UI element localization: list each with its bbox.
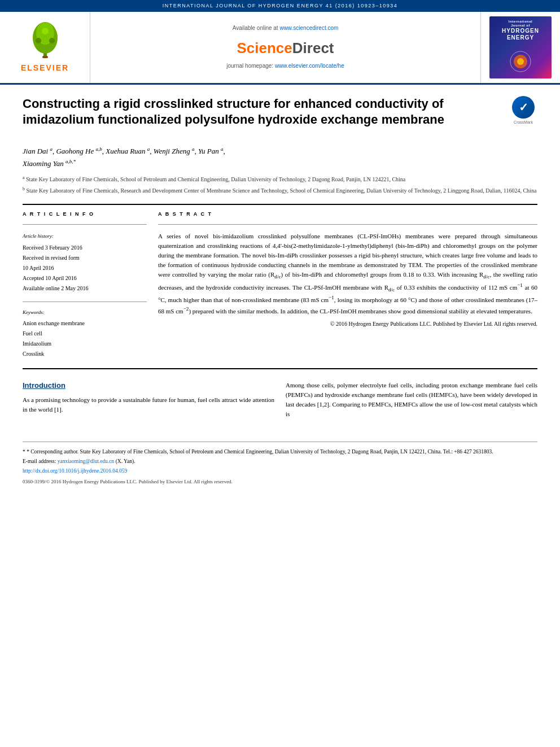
keywords-divider bbox=[23, 302, 147, 302]
abstract-text: A series of novel bis-imidazolium crossl… bbox=[158, 231, 537, 316]
journal-header-bar: International Journal of Hydrogen Energy… bbox=[0, 0, 560, 12]
journal-homepage-url[interactable]: www.elsevier.com/locate/he bbox=[275, 63, 344, 69]
journal-homepage: journal homepage: www.elsevier.com/locat… bbox=[226, 62, 344, 70]
history-label: Article history: bbox=[23, 231, 147, 241]
cover-title: InternationalJournal ofHYDROGENENERGY bbox=[502, 20, 539, 41]
email-note: E-mail address: yanxiaoming@dlut.edu.cn … bbox=[23, 457, 537, 466]
page-footer: * * Corresponding author. State Key Labo… bbox=[23, 442, 537, 491]
title-divider bbox=[23, 204, 537, 205]
sciencedirect-logo: ScienceDirect bbox=[237, 38, 334, 58]
intro-text-left: As a promising technology to provide a s… bbox=[23, 395, 274, 414]
article-info-heading: A R T I C L E I N F O bbox=[23, 211, 147, 218]
journal-header: ELSEVIER Available online at www.science… bbox=[0, 12, 560, 85]
crossmark-icon: ✓ bbox=[512, 96, 535, 119]
abstract-divider bbox=[158, 224, 537, 225]
introduction-heading: Introduction bbox=[23, 381, 274, 391]
introduction-section: Introduction As a promising technology t… bbox=[23, 381, 537, 419]
section-divider bbox=[23, 368, 537, 369]
article-title: Constructing a rigid crosslinked structu… bbox=[23, 96, 498, 128]
journal-cover-area: InternationalJournal ofHYDROGENENERGY bbox=[481, 12, 560, 83]
svg-point-9 bbox=[517, 58, 524, 65]
sciencedirect-area: Available online at www.sciencedirect.co… bbox=[90, 12, 481, 83]
intro-text-right: Among those cells, polymer electrolyte f… bbox=[286, 381, 537, 419]
article-info-col: A R T I C L E I N F O Article history: R… bbox=[23, 211, 147, 359]
intro-right-col: Among those cells, polymer electrolyte f… bbox=[286, 381, 537, 419]
crossmark-badge[interactable]: ✓ CrossMark bbox=[509, 96, 537, 125]
svg-rect-6 bbox=[42, 56, 48, 58]
available-online-text: Available online at www.sciencedirect.co… bbox=[233, 24, 339, 32]
abstract-col: A B S T R A C T A series of novel bis-im… bbox=[158, 211, 537, 359]
affiliation-b: b State Key Laboratory of Fine Chemicals… bbox=[23, 186, 537, 195]
history-revised-date: 10 April 2016 bbox=[23, 263, 147, 273]
article-content: Constructing a rigid crosslinked structu… bbox=[0, 85, 560, 431]
sciencedirect-url[interactable]: www.sciencedirect.com bbox=[279, 25, 338, 31]
footer-copyright: 0360-3199/© 2016 Hydrogen Energy Publica… bbox=[23, 478, 537, 486]
history-available: Available online 2 May 2016 bbox=[23, 283, 147, 294]
intro-left-col: Introduction As a promising technology t… bbox=[23, 381, 274, 419]
corresponding-author-note: * * Corresponding author. State Key Labo… bbox=[23, 448, 537, 456]
abstract-heading: A B S T R A C T bbox=[158, 211, 537, 218]
history-revised-label: Received in revised form bbox=[23, 253, 147, 263]
svg-point-4 bbox=[49, 38, 55, 43]
info-divider bbox=[23, 224, 147, 225]
elsevier-tree-icon bbox=[23, 21, 68, 60]
authors-list: Jian Dai a, Gaohong He a,b, Xuehua Ruan … bbox=[23, 145, 537, 170]
keyword-3: Imidazolium bbox=[23, 339, 147, 349]
title-section: Constructing a rigid crosslinked structu… bbox=[23, 96, 537, 134]
affiliations: a State Key Laboratory of Fine Chemicals… bbox=[23, 174, 537, 195]
keyword-2: Fuel cell bbox=[23, 329, 147, 339]
email-link[interactable]: yanxiaoming@dlut.edu.cn bbox=[58, 458, 115, 464]
keyword-1: Anion exchange membrane bbox=[23, 318, 147, 329]
article-history: Article history: Received 3 February 201… bbox=[23, 231, 147, 294]
abstract-copyright: © 2016 Hydrogen Energy Publications LLC.… bbox=[158, 320, 537, 328]
journal-cover-image: InternationalJournal ofHYDROGENENERGY bbox=[489, 16, 552, 78]
svg-point-3 bbox=[36, 38, 41, 43]
elsevier-logo-area: ELSEVIER bbox=[0, 12, 90, 83]
crossmark-label: CrossMark bbox=[514, 120, 533, 125]
affiliation-a: a State Key Laboratory of Fine Chemicals… bbox=[23, 174, 537, 184]
svg-point-5 bbox=[42, 28, 49, 34]
history-accepted: Accepted 10 April 2016 bbox=[23, 273, 147, 283]
keyword-4: Crosslink bbox=[23, 349, 147, 359]
keywords-label: Keywords: bbox=[23, 309, 147, 316]
elsevier-label: ELSEVIER bbox=[21, 63, 69, 74]
journal-title-bar: International Journal of Hydrogen Energy… bbox=[163, 3, 398, 8]
keywords-section: Keywords: Anion exchange membrane Fuel c… bbox=[23, 302, 147, 359]
keywords-list: Anion exchange membrane Fuel cell Imidaz… bbox=[23, 318, 147, 359]
info-abstract-section: A R T I C L E I N F O Article history: R… bbox=[23, 211, 537, 359]
history-received: Received 3 February 2016 bbox=[23, 243, 147, 253]
doi-link[interactable]: http://dx.doi.org/10.1016/j.ijhydene.201… bbox=[23, 468, 537, 475]
